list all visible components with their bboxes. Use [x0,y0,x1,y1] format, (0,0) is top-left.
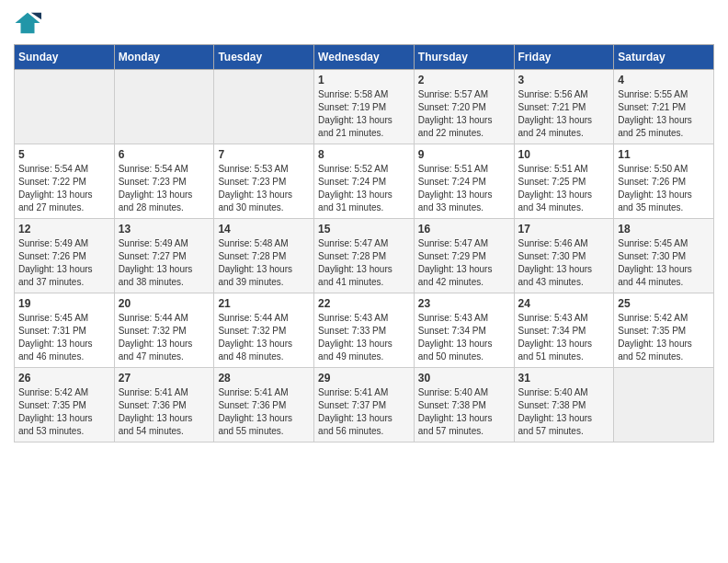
calendar-cell: 2Sunrise: 5:57 AMSunset: 7:20 PMDaylight… [414,70,514,144]
day-info: Sunrise: 5:48 AMSunset: 7:28 PMDaylight:… [218,237,310,289]
day-info: Sunrise: 5:49 AMSunset: 7:27 PMDaylight:… [119,237,210,289]
day-info: Sunrise: 5:51 AMSunset: 7:25 PMDaylight:… [518,163,610,214]
weekday-header-thursday: Thursday [414,45,514,70]
day-number: 2 [418,74,510,86]
day-number: 16 [418,223,510,236]
calendar-cell: 26Sunrise: 5:42 AMSunset: 7:35 PMDayligh… [15,368,115,442]
calendar-cell [214,70,314,144]
weekday-header-monday: Monday [114,45,214,70]
day-number: 26 [18,372,110,385]
calendar-week-2: 5Sunrise: 5:54 AMSunset: 7:22 PMDaylight… [15,144,714,219]
calendar-cell: 16Sunrise: 5:47 AMSunset: 7:29 PMDayligh… [414,219,514,293]
calendar-cell: 15Sunrise: 5:47 AMSunset: 7:28 PMDayligh… [314,219,415,293]
calendar-table: SundayMondayTuesdayWednesdayThursdayFrid… [14,44,714,442]
calendar-cell: 5Sunrise: 5:54 AMSunset: 7:22 PMDaylight… [15,144,115,219]
calendar-cell: 9Sunrise: 5:51 AMSunset: 7:24 PMDaylight… [414,144,514,219]
calendar-cell [114,70,214,144]
weekday-header-saturday: Saturday [614,45,714,70]
calendar-cell: 7Sunrise: 5:53 AMSunset: 7:23 PMDaylight… [214,144,314,219]
day-info: Sunrise: 5:55 AMSunset: 7:21 PMDaylight:… [618,88,710,140]
calendar-cell: 13Sunrise: 5:49 AMSunset: 7:27 PMDayligh… [114,219,214,293]
calendar-week-1: 1Sunrise: 5:58 AMSunset: 7:19 PMDaylight… [15,70,714,144]
day-info: Sunrise: 5:46 AMSunset: 7:30 PMDaylight:… [518,237,610,289]
calendar-week-3: 12Sunrise: 5:49 AMSunset: 7:26 PMDayligh… [15,219,714,293]
day-info: Sunrise: 5:47 AMSunset: 7:29 PMDaylight:… [418,237,510,289]
day-number: 12 [18,223,110,236]
day-info: Sunrise: 5:44 AMSunset: 7:32 PMDaylight:… [218,312,310,363]
day-number: 17 [518,223,610,236]
day-number: 31 [518,372,610,385]
day-number: 30 [418,372,510,385]
weekday-header-tuesday: Tuesday [214,45,314,70]
calendar-cell: 22Sunrise: 5:43 AMSunset: 7:33 PMDayligh… [314,293,415,368]
calendar-cell: 30Sunrise: 5:40 AMSunset: 7:38 PMDayligh… [414,368,514,442]
day-number: 24 [518,297,610,310]
day-number: 7 [218,148,310,161]
calendar-cell: 3Sunrise: 5:56 AMSunset: 7:21 PMDaylight… [514,70,614,144]
page-container: SundayMondayTuesdayWednesdayThursdayFrid… [0,0,728,452]
day-number: 6 [119,148,210,161]
weekday-header-wednesday: Wednesday [314,45,415,70]
day-info: Sunrise: 5:43 AMSunset: 7:34 PMDaylight:… [418,312,510,363]
calendar-cell: 31Sunrise: 5:40 AMSunset: 7:38 PMDayligh… [514,368,614,442]
calendar-cell: 12Sunrise: 5:49 AMSunset: 7:26 PMDayligh… [15,219,115,293]
day-number: 18 [618,223,710,236]
day-info: Sunrise: 5:40 AMSunset: 7:38 PMDaylight:… [518,386,610,438]
calendar-cell: 18Sunrise: 5:45 AMSunset: 7:30 PMDayligh… [614,219,714,293]
day-info: Sunrise: 5:41 AMSunset: 7:36 PMDaylight:… [218,386,310,438]
day-number: 15 [318,223,410,236]
calendar-cell: 28Sunrise: 5:41 AMSunset: 7:36 PMDayligh… [214,368,314,442]
day-number: 28 [218,372,310,385]
weekday-header-sunday: Sunday [15,45,115,70]
day-info: Sunrise: 5:49 AMSunset: 7:26 PMDaylight:… [18,237,110,289]
day-info: Sunrise: 5:57 AMSunset: 7:20 PMDaylight:… [418,88,510,140]
weekday-header-friday: Friday [514,45,614,70]
calendar-cell: 19Sunrise: 5:45 AMSunset: 7:31 PMDayligh… [15,293,115,368]
day-number: 13 [119,223,210,236]
day-info: Sunrise: 5:47 AMSunset: 7:28 PMDaylight:… [318,237,410,289]
calendar-cell: 11Sunrise: 5:50 AMSunset: 7:26 PMDayligh… [614,144,714,219]
day-number: 20 [119,297,210,310]
weekday-row: SundayMondayTuesdayWednesdayThursdayFrid… [15,45,714,70]
calendar-cell: 6Sunrise: 5:54 AMSunset: 7:23 PMDaylight… [114,144,214,219]
calendar-header: SundayMondayTuesdayWednesdayThursdayFrid… [15,45,714,70]
calendar-cell: 23Sunrise: 5:43 AMSunset: 7:34 PMDayligh… [414,293,514,368]
day-info: Sunrise: 5:50 AMSunset: 7:26 PMDaylight:… [618,163,710,214]
calendar-cell: 21Sunrise: 5:44 AMSunset: 7:32 PMDayligh… [214,293,314,368]
day-number: 29 [318,372,410,385]
day-info: Sunrise: 5:43 AMSunset: 7:33 PMDaylight:… [318,312,410,363]
day-info: Sunrise: 5:41 AMSunset: 7:37 PMDaylight:… [318,386,410,438]
calendar-cell: 29Sunrise: 5:41 AMSunset: 7:37 PMDayligh… [314,368,415,442]
day-number: 5 [18,148,110,161]
day-info: Sunrise: 5:43 AMSunset: 7:34 PMDaylight:… [518,312,610,363]
day-number: 25 [618,297,710,310]
calendar-week-5: 26Sunrise: 5:42 AMSunset: 7:35 PMDayligh… [15,368,714,442]
day-info: Sunrise: 5:58 AMSunset: 7:19 PMDaylight:… [318,88,410,140]
day-number: 8 [318,148,410,161]
day-info: Sunrise: 5:56 AMSunset: 7:21 PMDaylight:… [518,88,610,140]
day-info: Sunrise: 5:53 AMSunset: 7:23 PMDaylight:… [218,163,310,214]
day-info: Sunrise: 5:44 AMSunset: 7:32 PMDaylight:… [119,312,210,363]
logo-icon [14,9,41,37]
calendar-cell: 8Sunrise: 5:52 AMSunset: 7:24 PMDaylight… [314,144,415,219]
calendar-body: 1Sunrise: 5:58 AMSunset: 7:19 PMDaylight… [15,70,714,442]
day-info: Sunrise: 5:40 AMSunset: 7:38 PMDaylight:… [418,386,510,438]
day-info: Sunrise: 5:51 AMSunset: 7:24 PMDaylight:… [418,163,510,214]
day-info: Sunrise: 5:52 AMSunset: 7:24 PMDaylight:… [318,163,410,214]
day-info: Sunrise: 5:41 AMSunset: 7:36 PMDaylight:… [119,386,210,438]
calendar-cell: 10Sunrise: 5:51 AMSunset: 7:25 PMDayligh… [514,144,614,219]
day-info: Sunrise: 5:42 AMSunset: 7:35 PMDaylight:… [618,312,710,363]
calendar-cell: 1Sunrise: 5:58 AMSunset: 7:19 PMDaylight… [314,70,415,144]
day-info: Sunrise: 5:42 AMSunset: 7:35 PMDaylight:… [18,386,110,438]
calendar-cell: 25Sunrise: 5:42 AMSunset: 7:35 PMDayligh… [614,293,714,368]
day-number: 10 [518,148,610,161]
day-info: Sunrise: 5:54 AMSunset: 7:22 PMDaylight:… [18,163,110,214]
day-number: 19 [18,297,110,310]
day-number: 22 [318,297,410,310]
day-number: 14 [218,223,310,236]
calendar-cell: 4Sunrise: 5:55 AMSunset: 7:21 PMDaylight… [614,70,714,144]
calendar-week-4: 19Sunrise: 5:45 AMSunset: 7:31 PMDayligh… [15,293,714,368]
day-number: 27 [119,372,210,385]
day-info: Sunrise: 5:45 AMSunset: 7:31 PMDaylight:… [18,312,110,363]
day-number: 11 [618,148,710,161]
